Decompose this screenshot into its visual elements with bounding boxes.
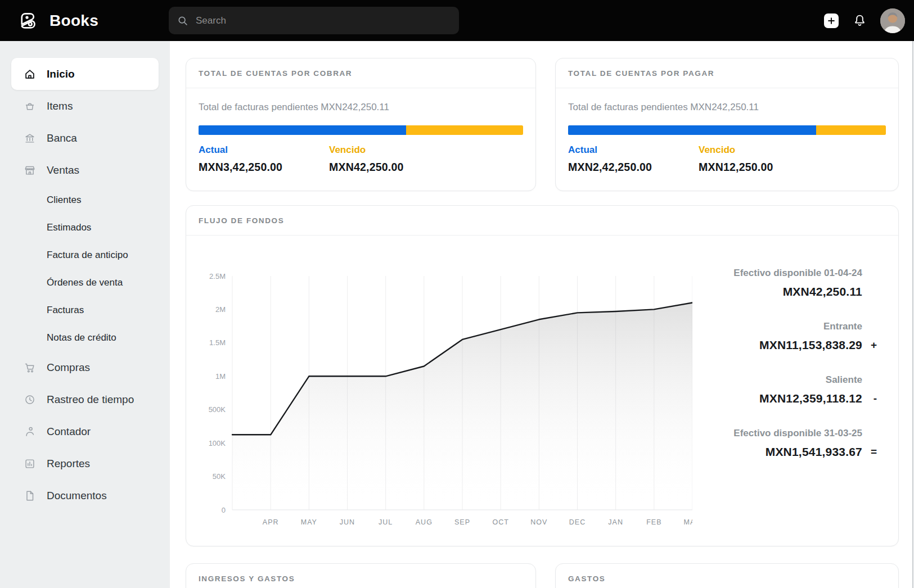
sidebar-item-ventas[interactable]: Ventas	[11, 154, 159, 186]
cart-icon	[24, 361, 36, 374]
sidebar-item-banca[interactable]: Banca	[11, 122, 159, 154]
svg-text:JUN: JUN	[340, 518, 355, 526]
current-amount: MXN3,42,250.00	[199, 161, 329, 174]
svg-text:AUG: AUG	[416, 518, 433, 526]
svg-text:MAR: MAR	[684, 518, 692, 526]
overdue-amount: MXN42,250.00	[329, 161, 460, 174]
svg-text:APR: APR	[263, 518, 279, 526]
cashflow-summary: Efectivo disponible 01-04-24 MXN42,250.1…	[691, 266, 877, 480]
svg-text:JAN: JAN	[608, 518, 623, 526]
overdue-label: Vencido	[699, 144, 829, 156]
sidebar-item-label: Rastreo de tiempo	[47, 393, 134, 406]
main-content: TOTAL DE CUENTAS POR COBRAR Total de fac…	[170, 41, 914, 588]
cashflow-card-title: FLUJO DE FONDOS	[199, 216, 284, 225]
income-expense-card-title: INGRESOS Y GASTOS	[199, 575, 295, 583]
home-icon	[24, 68, 36, 80]
svg-text:SEP: SEP	[454, 518, 470, 526]
books-logo-icon	[17, 9, 40, 33]
overdue-amount: MXN12,250.00	[699, 161, 829, 174]
sidebar-item-label: Estimados	[47, 222, 91, 233]
current-label: Actual	[568, 144, 699, 156]
receivables-subtitle: Total de facturas pendientes MXN242,250.…	[199, 102, 523, 113]
search-input[interactable]	[195, 15, 451, 27]
global-search[interactable]	[169, 7, 459, 34]
sidebar-item-label: Clientes	[47, 195, 81, 206]
person-icon	[24, 426, 36, 438]
income-expense-card: INGRESOS Y GASTOS	[186, 563, 536, 588]
cashflow-card: FLUJO DE FONDOS 2.5M2M1.5M1M500K100K50K0…	[186, 205, 899, 546]
document-icon	[24, 490, 36, 502]
search-icon	[177, 15, 189, 27]
svg-text:MAY: MAY	[301, 518, 317, 526]
receivables-progress-bar	[199, 125, 523, 135]
brand: Books	[17, 9, 169, 33]
sidebar-item-label: Contador	[47, 426, 91, 438]
svg-text:1.5M: 1.5M	[209, 338, 226, 347]
svg-text:1M: 1M	[215, 372, 226, 381]
receivables-progress-current	[199, 125, 406, 135]
sidebar-item-documentos[interactable]: Documentos	[11, 480, 159, 512]
sidebar-item-notas-de-credito[interactable]: Notas de crédito	[11, 324, 159, 351]
clock-icon	[24, 393, 36, 406]
app-title: Books	[49, 12, 98, 30]
overdue-label: Vencido	[329, 144, 460, 156]
cashflow-opening-balance: Efectivo disponible 01-04-24 MXN42,250.1…	[691, 266, 877, 301]
svg-text:500K: 500K	[209, 405, 226, 414]
svg-text:JUL: JUL	[379, 518, 393, 526]
bar-chart-icon	[24, 458, 36, 470]
current-amount: MXN2,42,250.00	[568, 161, 699, 174]
receivables-card-title: TOTAL DE CUENTAS POR COBRAR	[199, 69, 352, 78]
cashflow-line-chart: 2.5M2M1.5M1M500K100K50K0APRMAYJUNJULAUGS…	[197, 268, 692, 531]
sidebar-item-label: Facturas	[47, 305, 84, 316]
sidebar-item-inicio[interactable]: Inicio	[11, 58, 159, 90]
sidebar-item-compras[interactable]: Compras	[11, 351, 159, 383]
sidebar-item-label: Items	[47, 100, 73, 112]
sidebar-item-label: Banca	[47, 132, 77, 144]
svg-text:0: 0	[222, 506, 226, 514]
payables-progress-bar	[568, 125, 886, 135]
svg-text:50K: 50K	[213, 472, 226, 481]
plus-operator: +	[871, 339, 877, 351]
sidebar-item-label: Documentos	[47, 490, 107, 502]
svg-text:100K: 100K	[209, 439, 226, 447]
sidebar-item-estimados[interactable]: Estimados	[11, 214, 159, 241]
expenses-card: GASTOS	[555, 563, 899, 588]
sidebar-item-contador[interactable]: Contador	[11, 415, 159, 447]
receivables-card: TOTAL DE CUENTAS POR COBRAR Total de fac…	[186, 58, 536, 191]
sidebar-item-label: Notas de crédito	[47, 332, 116, 343]
sidebar-item-facturas[interactable]: Facturas	[11, 296, 159, 324]
svg-text:2M: 2M	[215, 305, 226, 314]
payables-card: TOTAL DE CUENTAS POR PAGAR Total de fact…	[555, 58, 899, 191]
store-icon	[24, 164, 36, 177]
scrollbar[interactable]	[912, 41, 913, 588]
sidebar-item-label: Factura de anticipo	[47, 250, 128, 261]
minus-operator: -	[874, 392, 877, 405]
cashflow-incoming: Entrante MXN11,153,838.29 +	[691, 320, 877, 355]
sidebar-item-items[interactable]: Items	[11, 90, 159, 122]
expenses-card-title: GASTOS	[568, 575, 605, 583]
cashflow-outgoing: Saliente MXN12,359,118.12 -	[691, 373, 877, 408]
add-icon[interactable]	[824, 13, 839, 28]
sidebar-item-label: Inicio	[47, 68, 75, 80]
svg-text:FEB: FEB	[646, 518, 661, 526]
sidebar-item-reportes[interactable]: Reportes	[11, 447, 159, 480]
sidebar-item-label: Compras	[47, 361, 90, 374]
basket-icon	[24, 100, 36, 112]
top-app-bar: Books	[0, 0, 914, 41]
current-label: Actual	[199, 144, 329, 156]
payables-subtitle: Total de facturas pendientes MXN242,250.…	[568, 102, 886, 113]
svg-text:OCT: OCT	[492, 518, 508, 526]
cashflow-closing-balance: Efectivo disponible 31-03-25 MXN1,541,93…	[691, 427, 877, 462]
sidebar-item-factura-de-anticipo[interactable]: Factura de anticipo	[11, 241, 159, 269]
user-avatar[interactable]	[880, 8, 905, 33]
sidebar-item-label: Reportes	[47, 458, 90, 470]
notifications-bell-icon[interactable]	[852, 13, 867, 28]
sidebar-item-ordenes-de-venta[interactable]: Órdenes de venta	[11, 269, 159, 296]
equals-operator: =	[871, 446, 877, 458]
svg-text:2.5M: 2.5M	[209, 272, 226, 281]
payables-card-title: TOTAL DE CUENTAS POR PAGAR	[568, 69, 714, 78]
sidebar-item-clientes[interactable]: Clientes	[11, 186, 159, 214]
bank-icon	[24, 132, 36, 144]
sidebar-item-label: Ventas	[47, 164, 79, 177]
sidebar-item-rastreo-de-tiempo[interactable]: Rastreo de tiempo	[11, 383, 159, 415]
